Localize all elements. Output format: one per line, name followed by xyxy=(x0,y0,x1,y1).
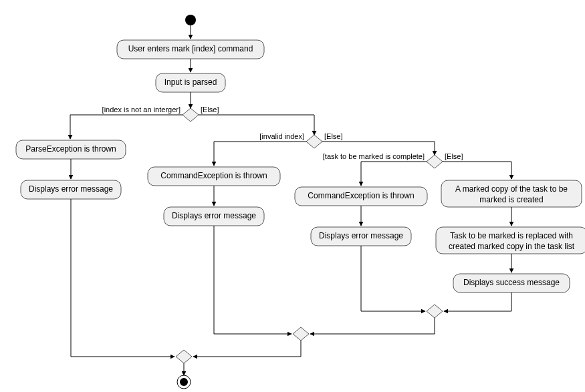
edge xyxy=(443,162,511,179)
node-label: Input is parsed xyxy=(164,77,217,87)
node-label: Displays error message xyxy=(319,231,403,240)
node-label: created marked copy in the task list xyxy=(449,242,575,251)
node-label: User enters mark [index] command xyxy=(128,44,253,53)
guard-label: [Else] xyxy=(324,132,343,140)
guard-label: [Else] xyxy=(201,106,219,114)
edge xyxy=(444,292,511,311)
merge-3 xyxy=(427,305,443,318)
decision-index-integer xyxy=(183,108,199,122)
decision-invalid-index xyxy=(306,135,322,148)
edge xyxy=(71,199,174,357)
guard-label: [task to be marked is complete] xyxy=(323,152,425,160)
merge-1 xyxy=(176,350,192,363)
guard-label: [Else] xyxy=(445,152,463,160)
edge xyxy=(361,162,427,186)
edge xyxy=(361,246,425,311)
node-label: ParseException is thrown xyxy=(25,144,116,154)
decision-task-complete xyxy=(427,155,443,168)
merge-2 xyxy=(293,327,309,341)
node-label: Task to be marked is replaced with xyxy=(450,231,573,240)
guard-label: [invalid index] xyxy=(259,132,304,140)
final-node-inner xyxy=(180,378,188,386)
activity-diagram: User enters mark [index] command Input i… xyxy=(7,7,585,392)
node-label: Displays error message xyxy=(172,211,256,220)
edge xyxy=(310,318,435,334)
node-label: Displays success message xyxy=(463,278,560,287)
guard-label: [index is not an interger] xyxy=(102,106,181,114)
node-label: A marked copy of the task to be xyxy=(455,184,568,194)
node-label: Displays error message xyxy=(29,184,113,194)
node-label: marked is created xyxy=(479,195,543,204)
edge xyxy=(214,142,306,166)
node-label: CommandException is thrown xyxy=(308,191,414,200)
edge xyxy=(193,341,301,357)
edge xyxy=(70,115,183,139)
edge xyxy=(214,226,291,334)
node-label: CommandException is thrown xyxy=(160,171,267,180)
initial-node xyxy=(185,15,196,25)
